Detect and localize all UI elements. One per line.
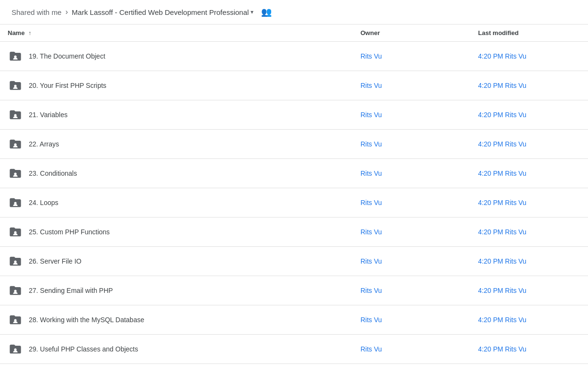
table-row[interactable]: 28. Working with the MySQL Database Rits…: [0, 305, 588, 335]
table-row[interactable]: 25. Custom PHP Functions Rits Vu 4:20 PM…: [0, 218, 588, 247]
owner-cell[interactable]: Rits Vu: [353, 100, 470, 130]
breadcrumb-separator: ›: [65, 8, 68, 16]
owner-cell[interactable]: Rits Vu: [353, 188, 470, 218]
file-name: 28. Working with the MySQL Database: [29, 316, 144, 324]
column-header-owner[interactable]: Owner: [353, 24, 470, 42]
folder-shared-icon: [8, 283, 23, 298]
name-cell: 23. Conditionals: [0, 159, 353, 188]
modified-cell: 4:20 PM Rits Vu: [470, 335, 588, 364]
owner-cell[interactable]: Rits Vu: [353, 247, 470, 276]
modified-cell: 4:20 PM Rits Vu: [470, 276, 588, 305]
sort-arrow-icon: ↑: [28, 30, 31, 36]
file-name: 26. Server File IO: [29, 257, 82, 265]
owner-cell[interactable]: Rits Vu: [353, 276, 470, 305]
modified-cell: 4:20 PM Rits Vu: [470, 247, 588, 276]
name-cell: 19. The Document Object: [0, 42, 353, 71]
owner-cell[interactable]: Rits Vu: [353, 218, 470, 247]
owner-cell[interactable]: Rits Vu: [353, 42, 470, 71]
owner-cell[interactable]: Rits Vu: [353, 305, 470, 335]
table-row[interactable]: 29. Useful PHP Classes and Objects Rits …: [0, 335, 588, 364]
breadcrumb-dropdown-icon[interactable]: ▾: [251, 9, 253, 15]
table-row[interactable]: 20. Your First PHP Scripts Rits Vu 4:20 …: [0, 71, 588, 100]
folder-shared-icon: [8, 78, 23, 93]
name-cell: 22. Arrays: [0, 130, 353, 159]
table-row[interactable]: 24. Loops Rits Vu 4:20 PM Rits Vu: [0, 188, 588, 218]
file-name: 22. Arrays: [29, 140, 59, 148]
name-cell: 28. Working with the MySQL Database: [0, 305, 353, 335]
modified-cell: 4:20 PM Rits Vu: [470, 218, 588, 247]
folder-shared-icon: [8, 341, 23, 357]
owner-cell[interactable]: Rits Vu: [353, 335, 470, 364]
table-header-row: Name ↑ Owner Last modified: [0, 24, 588, 42]
name-cell: 20. Your First PHP Scripts: [0, 71, 353, 100]
file-name: 27. Sending Email with PHP: [29, 287, 113, 294]
column-header-name[interactable]: Name ↑: [0, 24, 353, 42]
breadcrumb-current-folder[interactable]: Mark Lassoff - Certified Web Development…: [72, 8, 254, 16]
file-name: 19. The Document Object: [29, 52, 105, 60]
table-row[interactable]: 21. Variables Rits Vu 4:20 PM Rits Vu: [0, 100, 588, 130]
file-name: 29. Useful PHP Classes and Objects: [29, 345, 138, 353]
file-name: 24. Loops: [29, 199, 59, 206]
folder-shared-icon: [8, 107, 23, 122]
file-name: 21. Variables: [29, 111, 68, 119]
name-cell: 25. Custom PHP Functions: [0, 218, 353, 247]
folder-shared-icon: [8, 224, 23, 240]
table-row[interactable]: 22. Arrays Rits Vu 4:20 PM Rits Vu: [0, 130, 588, 159]
modified-cell: 4:20 PM Rits Vu: [470, 42, 588, 71]
modified-cell: 4:20 PM Rits Vu: [470, 188, 588, 218]
modified-cell: 4:20 PM Rits Vu: [470, 100, 588, 130]
owner-cell[interactable]: Rits Vu: [353, 71, 470, 100]
name-cell: 29. Useful PHP Classes and Objects: [0, 335, 353, 364]
modified-cell: 4:20 PM Rits Vu: [470, 130, 588, 159]
table-row[interactable]: 23. Conditionals Rits Vu 4:20 PM Rits Vu: [0, 159, 588, 188]
folder-shared-icon: [8, 166, 23, 181]
modified-cell: 4:20 PM Rits Vu: [470, 305, 588, 335]
owner-cell[interactable]: Rits Vu: [353, 130, 470, 159]
folder-shared-icon: [8, 136, 23, 152]
file-table: Name ↑ Owner Last modified 19. The Docum…: [0, 24, 588, 364]
file-name: 25. Custom PHP Functions: [29, 228, 110, 236]
folder-shared-icon: [8, 195, 23, 210]
file-name: 23. Conditionals: [29, 169, 77, 177]
breadcrumb-folder-name: Mark Lassoff - Certified Web Development…: [72, 8, 249, 16]
modified-cell: 4:20 PM Rits Vu: [470, 159, 588, 188]
name-cell: 26. Server File IO: [0, 247, 353, 276]
name-cell: 27. Sending Email with PHP: [0, 276, 353, 305]
table-row[interactable]: 26. Server File IO Rits Vu 4:20 PM Rits …: [0, 247, 588, 276]
breadcrumb-shared-with-me[interactable]: Shared with me: [12, 8, 61, 16]
modified-cell: 4:20 PM Rits Vu: [470, 71, 588, 100]
folder-shared-icon: [8, 312, 23, 327]
name-cell: 21. Variables: [0, 100, 353, 130]
folder-shared-icon: [8, 254, 23, 269]
table-row[interactable]: 27. Sending Email with PHP Rits Vu 4:20 …: [0, 276, 588, 305]
table-row[interactable]: 19. The Document Object Rits Vu 4:20 PM …: [0, 42, 588, 71]
people-icon[interactable]: 👥: [261, 7, 272, 17]
folder-shared-icon: [8, 48, 23, 64]
file-name: 20. Your First PHP Scripts: [29, 82, 107, 89]
column-header-last-modified[interactable]: Last modified: [470, 24, 588, 42]
name-cell: 24. Loops: [0, 188, 353, 218]
owner-cell[interactable]: Rits Vu: [353, 159, 470, 188]
breadcrumb-bar: Shared with me › Mark Lassoff - Certifie…: [0, 0, 588, 24]
